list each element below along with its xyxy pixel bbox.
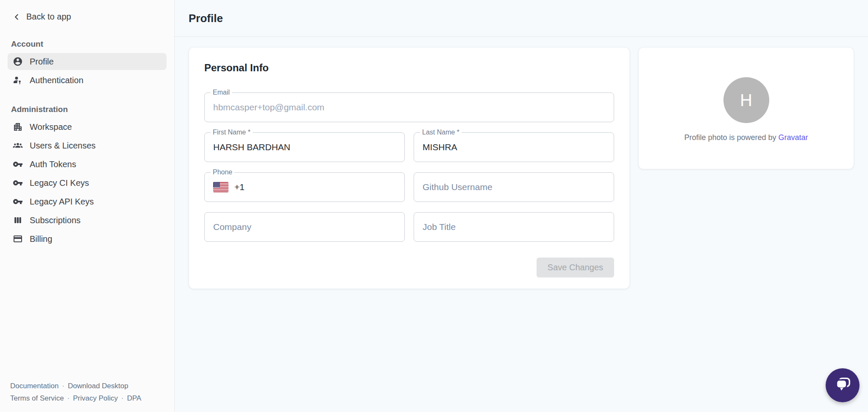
app-window: Back to app Account Profile Authenticati… xyxy=(0,0,868,412)
credit-card-icon xyxy=(13,234,23,244)
sidebar-item-label: Authentication xyxy=(30,76,83,85)
sidebar-item-label: Profile xyxy=(30,57,54,67)
gravatar-caption: Profile photo is powered by Gravatar xyxy=(684,133,808,142)
footer-link-privacy-policy[interactable]: Privacy Policy xyxy=(73,394,118,402)
groups-icon xyxy=(13,140,23,151)
sidebar-item-legacy-ci-keys[interactable]: Legacy CI Keys xyxy=(8,174,167,191)
gravatar-caption-text: Profile photo is powered by xyxy=(684,133,778,142)
email-label: Email xyxy=(211,89,232,96)
github-username-input[interactable] xyxy=(423,182,605,192)
back-to-app-button[interactable]: Back to app xyxy=(9,9,167,24)
sidebar-item-label: Users & Licenses xyxy=(30,141,96,151)
gravatar-link[interactable]: Gravatar xyxy=(779,133,808,142)
chat-bubbles-icon xyxy=(833,375,852,396)
key-icon xyxy=(13,196,23,207)
bars-icon xyxy=(13,215,23,225)
footer-separator: · xyxy=(62,382,64,390)
main-area: Profile Personal Info Email First Name * xyxy=(175,0,868,412)
sidebar-item-users-licenses[interactable]: Users & Licenses xyxy=(8,137,167,154)
email-field: Email xyxy=(204,92,614,122)
personal-info-card: Personal Info Email First Name * Last Na… xyxy=(189,47,630,289)
account-circle-icon xyxy=(13,56,23,67)
company-input[interactable] xyxy=(213,222,396,232)
sidebar-item-label: Workspace xyxy=(30,122,72,132)
footer-link-download-desktop[interactable]: Download Desktop xyxy=(68,382,128,390)
personal-info-title: Personal Info xyxy=(204,62,614,74)
footer-link-terms-of-service[interactable]: Terms of Service xyxy=(10,394,64,402)
email-input xyxy=(213,102,605,112)
sidebar-item-profile[interactable]: Profile xyxy=(8,53,167,70)
sidebar-item-authentication[interactable]: Authentication xyxy=(8,72,167,89)
last-name-label: Last Name * xyxy=(420,129,462,136)
last-name-field[interactable]: Last Name * xyxy=(414,132,614,162)
building-icon xyxy=(13,122,23,132)
key-icon xyxy=(13,159,23,169)
chevron-left-icon xyxy=(12,12,21,22)
first-name-field[interactable]: First Name * xyxy=(204,132,405,162)
person-key-icon xyxy=(13,75,23,85)
job-title-input[interactable] xyxy=(423,222,605,232)
sidebar-footer: Documentation·Download Desktop Terms of … xyxy=(8,380,167,404)
sidebar-item-label: Auth Tokens xyxy=(30,160,76,169)
company-field[interactable] xyxy=(204,212,405,242)
job-title-field[interactable] xyxy=(414,212,614,242)
page-title: Profile xyxy=(189,12,223,25)
sidebar-item-label: Billing xyxy=(30,234,52,244)
sidebar-item-label: Subscriptions xyxy=(30,216,81,225)
sidebar: Back to app Account Profile Authenticati… xyxy=(0,0,175,412)
key-icon xyxy=(13,178,23,188)
sidebar-item-label: Legacy API Keys xyxy=(30,197,94,207)
save-changes-button[interactable]: Save Changes xyxy=(537,258,614,277)
sidebar-item-label: Legacy CI Keys xyxy=(30,178,89,188)
back-to-app-label: Back to app xyxy=(26,12,71,22)
phone-label: Phone xyxy=(211,168,234,176)
sidebar-item-legacy-api-keys[interactable]: Legacy API Keys xyxy=(8,193,167,210)
chat-widget-button[interactable] xyxy=(826,368,860,402)
sidebar-item-workspace[interactable]: Workspace xyxy=(8,118,167,135)
avatar: H xyxy=(723,77,769,123)
page-header: Profile xyxy=(175,0,868,37)
first-name-input[interactable] xyxy=(213,142,396,152)
first-name-label: First Name * xyxy=(211,129,253,136)
section-title-administration: Administration xyxy=(11,105,163,114)
footer-link-dpa[interactable]: DPA xyxy=(127,394,142,402)
footer-separator: · xyxy=(121,394,124,402)
section-title-account: Account xyxy=(11,39,163,49)
footer-separator: · xyxy=(67,394,70,402)
sidebar-item-billing[interactable]: Billing xyxy=(8,230,167,247)
content-area: Personal Info Email First Name * Last Na… xyxy=(175,37,868,299)
us-flag-icon[interactable] xyxy=(213,182,228,192)
github-username-field[interactable] xyxy=(414,172,614,202)
last-name-input[interactable] xyxy=(423,142,605,152)
sidebar-item-auth-tokens[interactable]: Auth Tokens xyxy=(8,156,167,173)
footer-link-documentation[interactable]: Documentation xyxy=(10,382,58,390)
phone-input[interactable] xyxy=(234,182,396,192)
sidebar-item-subscriptions[interactable]: Subscriptions xyxy=(8,212,167,229)
gravatar-card: H Profile photo is powered by Gravatar xyxy=(638,47,854,169)
phone-field[interactable]: Phone xyxy=(204,172,405,202)
